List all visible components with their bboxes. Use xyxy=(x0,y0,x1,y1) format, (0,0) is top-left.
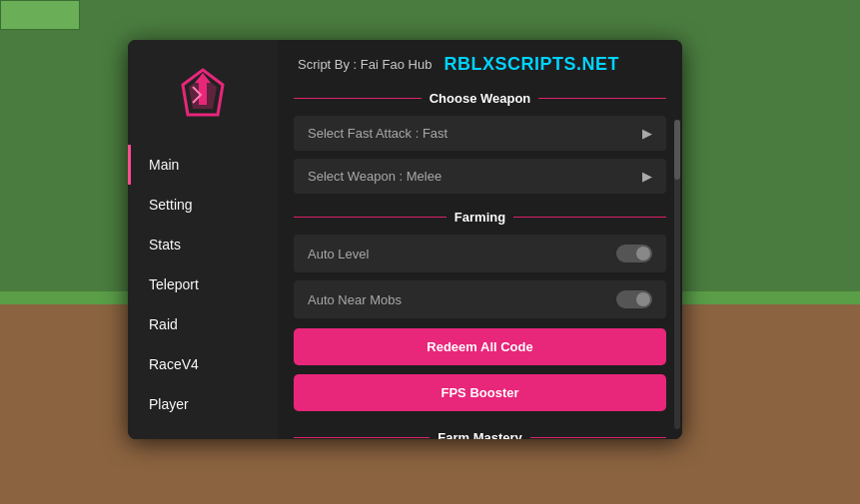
top-bar-decoration xyxy=(0,0,80,30)
auto-near-mobs-row: Auto Near Mobs xyxy=(294,280,666,318)
scrollbar-thumb[interactable] xyxy=(674,120,680,180)
sidebar-item-teleport[interactable]: Teleport xyxy=(128,264,278,304)
redeem-all-code-button[interactable]: Redeem All Code xyxy=(294,328,666,365)
weapon-melee-arrow-icon: ▶ xyxy=(642,169,652,184)
sidebar-item-raid[interactable]: Raid xyxy=(128,304,278,344)
auto-level-label: Auto Level xyxy=(308,247,369,261)
auto-level-row: Auto Level xyxy=(294,235,666,272)
sidebar-item-setting[interactable]: Setting xyxy=(128,185,278,225)
farm-mastery-divider: Farm Mastery xyxy=(278,424,682,439)
fps-booster-button[interactable]: FPS Booster xyxy=(294,374,666,411)
main-modal: Main Setting Stats Teleport Raid RaceV4 … xyxy=(128,40,682,439)
fast-attack-dropdown[interactable]: Select Fast Attack : Fast ▶ xyxy=(294,116,666,151)
weapon-melee-label: Select Weapon : Melee xyxy=(308,169,441,184)
scrollbar-track xyxy=(674,120,680,429)
divider-line-left xyxy=(294,98,422,100)
farm-mastery-title: Farm Mastery xyxy=(437,430,522,439)
sidebar-item-player[interactable]: Player xyxy=(128,384,278,424)
choose-weapon-title: Choose Weapon xyxy=(430,91,531,106)
auto-level-toggle[interactable] xyxy=(616,245,652,262)
redeem-button-row: Redeem All Code xyxy=(294,328,666,365)
fast-attack-label: Select Fast Attack : Fast xyxy=(308,126,447,141)
sidebar-item-racev4[interactable]: RaceV4 xyxy=(128,344,278,384)
header: Script By : Fai Fao Hub RBLXSCRIPTS.NET xyxy=(278,40,682,85)
farm-mastery-divider-right xyxy=(530,437,666,439)
sidebar-item-main[interactable]: Main xyxy=(128,145,278,185)
sidebar-item-stats[interactable]: Stats xyxy=(128,225,278,264)
sidebar: Main Setting Stats Teleport Raid RaceV4 … xyxy=(128,40,278,439)
farming-divider-right xyxy=(513,217,666,219)
farming-title: Farming xyxy=(454,210,505,225)
site-label: RBLXSCRIPTS.NET xyxy=(443,54,619,75)
logo-icon xyxy=(173,65,233,125)
logo-area xyxy=(128,50,278,145)
auto-near-mobs-toggle[interactable] xyxy=(616,290,652,308)
weapon-melee-dropdown[interactable]: Select Weapon : Melee ▶ xyxy=(294,159,666,194)
choose-weapon-divider: Choose Weapon xyxy=(278,85,682,112)
farming-divider: Farming xyxy=(278,204,682,231)
auto-near-mobs-label: Auto Near Mobs xyxy=(308,292,402,307)
fast-attack-arrow-icon: ▶ xyxy=(642,126,652,141)
farm-mastery-divider-left xyxy=(294,437,430,439)
fps-booster-button-row: FPS Booster xyxy=(294,374,666,411)
divider-line-right xyxy=(538,98,666,100)
farming-divider-left xyxy=(294,217,446,219)
script-by-label: Script By : Fai Fao Hub xyxy=(298,57,431,72)
main-content: Script By : Fai Fao Hub RBLXSCRIPTS.NET … xyxy=(278,40,682,439)
